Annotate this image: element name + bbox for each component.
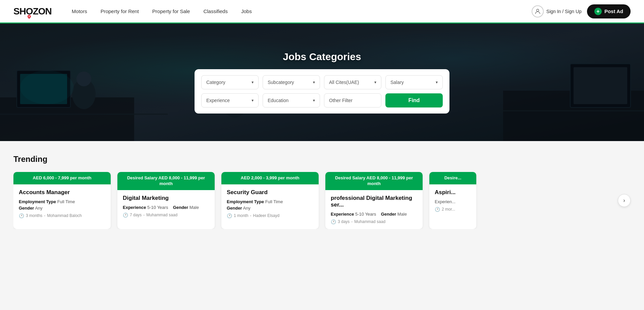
card-footer-3: 🕐 1 month - Hadeer Elsayd [227,213,313,218]
card-badge-1: AED 6,000 - 7,999 per month [13,172,111,184]
salary-chevron-icon: ▾ [436,80,438,85]
cards-scroll: AED 6,000 - 7,999 per month Accounts Man… [13,172,614,229]
clock-icon-4: 🕐 [331,219,336,224]
card-footer-5: 🕐 2 mor... [435,207,471,212]
category-dropdown[interactable]: Category ▾ [201,75,259,89]
svg-point-0 [536,9,539,11]
hero-content: Jobs Categories Category ▾ Subcategory ▾… [188,51,456,114]
logo[interactable]: SH O ZON [13,6,52,17]
job-card-5-partial[interactable]: Desire... Aspiri... Experien... 🕐 2 mor.… [429,172,476,229]
logo-text-end: ZON [33,6,52,17]
nav-motors[interactable]: Motors [72,8,87,14]
other-filter-label: Other Filter [329,98,353,103]
filter-row-2: Experience ▾ Education ▾ Other Filter Fi… [201,93,443,107]
card-meta-experience-2: Experience 5-10 Years Gender Male [123,205,209,210]
card-meta-5: Experien... [435,199,471,204]
card-title-4: professional Digital Marketing ser... [331,195,417,208]
category-chevron-icon: ▾ [252,80,254,85]
user-avatar-icon [532,5,544,17]
card-badge-5: Desire... [429,172,476,184]
other-filter-input[interactable]: Other Filter [324,93,381,107]
post-ad-label: Post Ad [604,8,623,14]
nav-classifieds[interactable]: Classifieds [203,8,228,14]
cities-label: All Cites(UAE) [329,80,359,85]
experience-chevron-icon: ▾ [252,98,254,103]
card-footer-4: 🕐 3 days - Muhammad saad [331,219,417,224]
salary-label: Salary [390,80,404,85]
job-card-2[interactable]: Desired Salary AED 8,000 - 11,999 per mo… [117,172,215,229]
filter-row-1: Category ▾ Subcategory ▾ All Cites(UAE) … [201,75,443,89]
card-meta-gender-1: Gender Any [19,206,105,211]
card-badge-2: Desired Salary AED 8,000 - 11,999 per mo… [117,172,215,190]
experience-label: Experience [206,98,230,103]
sign-in-label: Sign In / Sign Up [546,9,582,14]
subcategory-label: Subcategory [268,80,294,85]
search-filters: Category ▾ Subcategory ▾ All Cites(UAE) … [195,69,449,114]
header: SH O ZON Motors Property for Rent Proper… [0,0,644,24]
education-chevron-icon: ▾ [313,98,315,103]
hero-section: Jobs Categories Category ▾ Subcategory ▾… [0,24,644,141]
card-footer-1: 🕐 3 months - Mohammad Baloch [19,213,105,218]
trending-title: Trending [13,154,631,164]
card-badge-4: Desired Salary AED 8,000 - 11,999 per mo… [325,172,423,190]
education-dropdown[interactable]: Education ▾ [263,93,320,107]
experience-dropdown[interactable]: Experience ▾ [201,93,259,107]
card-body-5: Aspiri... Experien... 🕐 2 mor... [429,184,476,217]
card-footer-2: 🕐 7 days - Muhammad saad [123,213,209,218]
trending-section: Trending AED 6,000 - 7,999 per month Acc… [0,141,644,249]
card-title-1: Accounts Manager [19,189,105,196]
hero-title: Jobs Categories [283,51,361,62]
logo-o: O [26,6,33,17]
card-title-5: Aspiri... [435,189,471,196]
nav-property-sale[interactable]: Property for Sale [152,8,190,14]
card-title-2: Digital Marketing [123,195,209,202]
find-button[interactable]: Find [385,93,443,107]
logo-pin-icon [28,15,31,19]
clock-icon-2: 🕐 [123,213,128,218]
card-badge-3: AED 2,000 - 3,999 per month [221,172,319,184]
card-body-1: Accounts Manager Employment Type Full Ti… [13,184,111,223]
nav-property-rent[interactable]: Property for Rent [101,8,139,14]
card-meta-employment-1: Employment Type Full Time [19,199,105,204]
card-body-2: Digital Marketing Experience 5-10 Years … [117,190,215,222]
cards-wrapper: AED 6,000 - 7,999 per month Accounts Man… [13,172,631,229]
category-label: Category [206,80,225,85]
card-meta-experience-4: Experience 5-10 Years Gender Male [331,212,417,217]
card-body-4: professional Digital Marketing ser... Ex… [325,190,423,229]
clock-icon-5: 🕐 [435,207,440,212]
salary-dropdown[interactable]: Salary ▾ [385,75,443,89]
plus-icon: + [594,8,602,15]
main-nav: Motors Property for Rent Property for Sa… [72,8,532,14]
next-chevron-icon: › [623,197,625,204]
header-right: Sign In / Sign Up + Post Ad [532,4,631,18]
post-ad-button[interactable]: + Post Ad [587,4,631,18]
card-title-3: Security Guard [227,189,313,196]
card-meta-gender-3: Gender Any [227,206,313,211]
cities-chevron-icon: ▾ [374,80,376,85]
clock-icon-1: 🕐 [19,213,24,218]
education-label: Education [268,98,288,103]
nav-jobs[interactable]: Jobs [241,8,252,14]
card-body-3: Security Guard Employment Type Full Time… [221,184,319,223]
cities-dropdown[interactable]: All Cites(UAE) ▾ [324,75,381,89]
job-card-3[interactable]: AED 2,000 - 3,999 per month Security Gua… [221,172,319,229]
sign-in-button[interactable]: Sign In / Sign Up [532,5,582,17]
clock-icon-3: 🕐 [227,213,232,218]
job-card-1[interactable]: AED 6,000 - 7,999 per month Accounts Man… [13,172,111,229]
card-meta-employment-3: Employment Type Full Time [227,199,313,204]
logo-text: SH [13,6,26,17]
next-button[interactable]: › [618,194,631,207]
subcategory-chevron-icon: ▾ [313,80,315,85]
job-card-4[interactable]: Desired Salary AED 8,000 - 11,999 per mo… [325,172,423,229]
subcategory-dropdown[interactable]: Subcategory ▾ [263,75,320,89]
